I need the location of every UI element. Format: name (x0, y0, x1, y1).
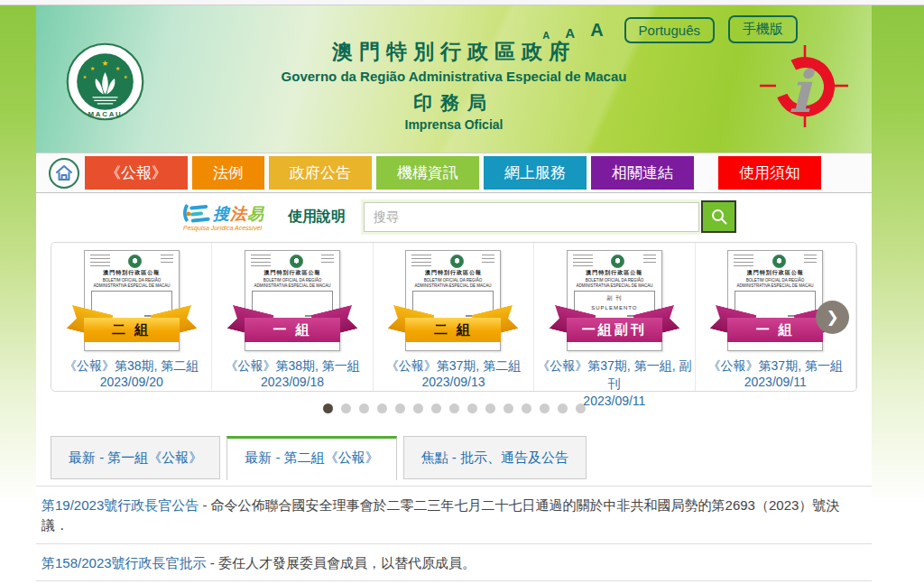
carousel-dot[interactable] (359, 403, 369, 413)
cover-emblem-icon (290, 255, 303, 268)
main-navbar: 《公報》 法例 政府公告 機構資訊 網上服務 相關連結 使用須知 (36, 153, 872, 193)
font-size-large-button[interactable]: A (590, 20, 603, 41)
news-row: 第158/2023號行政長官批示 - 委任人才發展委員會成員，以替代原成員。 (36, 543, 872, 581)
gazette-date: 2023/09/13 (374, 375, 533, 389)
gazette-date: 2023/09/18 (212, 375, 372, 389)
nav-item-related-links[interactable]: 相關連結 (591, 156, 694, 190)
cover-meta-lines (411, 255, 431, 267)
news-item-text: 委任人才發展委員會成員，以替代原成員。 (218, 555, 476, 570)
carousel-dots (36, 392, 872, 413)
magnifier-icon (710, 208, 728, 226)
gazette-cover[interactable]: 澳門特別行政區公報BOLETIM OFICIAL DA REGIÃOADMINI… (727, 250, 823, 351)
dept-title-pt: Imprensa Oficial (36, 117, 872, 132)
gazette-cover[interactable]: 澳門特別行政區公報BOLETIM OFICIAL DA REGIÃOADMINI… (567, 250, 662, 351)
nav-item-laws[interactable]: 法例 (192, 156, 264, 190)
home-icon (48, 157, 80, 190)
carousel-dot[interactable] (485, 403, 495, 413)
carousel-dot[interactable] (395, 403, 405, 413)
cover-title-cjk: 澳門特別行政區公報 (406, 270, 500, 277)
nav-item-gazette[interactable]: 《公報》 (85, 156, 188, 190)
news-separator: - (199, 497, 210, 513)
gov-title-pt: Governo da Região Administrativa Especia… (36, 69, 872, 84)
usage-instructions-link[interactable]: 使用說明 (288, 208, 346, 227)
language-portugues-button[interactable]: Português (624, 17, 715, 43)
cover-emblem-icon (128, 255, 142, 268)
cover-content-box (252, 291, 333, 336)
cover-title-pt: ADMINISTRATIVA ESPECIAL DE MACAU (411, 283, 496, 288)
gazette-link[interactable]: 《公報》第37期, 第一組, 副刊 (534, 357, 694, 394)
gazette-date: 2023/09/11 (534, 394, 694, 408)
cover-title-pt: BOLETIM OFICIAL DA REGIÃO (572, 277, 657, 283)
soufayi-logo[interactable]: 搜法易 Pesquisa Jurídica Acessível (180, 202, 264, 231)
tab-latest-group2[interactable]: 最新 - 第二組《公報》 (226, 436, 396, 480)
cover-meta-lines (804, 255, 817, 265)
cover-title-cjk: 澳門特別行政區公報 (568, 270, 661, 277)
carousel-dot[interactable] (323, 403, 333, 413)
search-input[interactable] (364, 202, 699, 232)
carousel-dot[interactable] (431, 403, 441, 413)
gazette-link[interactable]: 《公報》第37期, 第一組 (696, 357, 855, 375)
font-size-medium-button[interactable]: A (565, 25, 575, 41)
imprensa-oficial-logo-icon: i (756, 43, 850, 130)
nav-item-usage-notes[interactable]: 使用須知 (718, 156, 821, 190)
cover-meta-lines (643, 255, 656, 265)
tab-latest-group1[interactable]: 最新 - 第一組《公報》 (51, 436, 220, 479)
carousel-dot[interactable] (377, 403, 387, 413)
cover-title-pt: ADMINISTRATIVA ESPECIAL DE MACAU (733, 283, 818, 288)
cover-content-box (412, 291, 494, 336)
news-item-link[interactable]: 第19/2023號行政長官公告 (42, 497, 199, 513)
cover-title-pt: BOLETIM OFICIAL DA REGIÃO (733, 277, 818, 283)
cover-meta-lines (251, 255, 271, 267)
nav-item-online-services[interactable]: 網上服務 (484, 156, 587, 190)
cover-meta-lines (482, 255, 494, 265)
cover-meta-lines (161, 255, 173, 265)
cover-meta-lines (90, 255, 110, 267)
gazette-link[interactable]: 《公報》第38期, 第一組 (212, 357, 372, 375)
font-size-controls: A A A (542, 20, 603, 41)
mobile-version-button[interactable]: 手機版 (728, 15, 798, 43)
soufayi-logo-icon (180, 202, 211, 226)
nav-item-gov-notices[interactable]: 政府公告 (269, 156, 372, 190)
dept-title-cjk: 印務局 (36, 90, 872, 116)
nav-item-org-info[interactable]: 機構資訊 (376, 156, 479, 190)
gazette-date: 2023/09/20 (51, 375, 211, 389)
cover-title-pt: ADMINISTRATIVA ESPECIAL DE MACAU (572, 283, 657, 288)
news-item-link[interactable]: 第158/2023號行政長官批示 (42, 555, 207, 570)
carousel-item: 澳門特別行政區公報BOLETIM OFICIAL DA REGIÃOADMINI… (374, 243, 534, 391)
carousel-dot[interactable] (467, 403, 477, 413)
carousel-dot[interactable] (341, 403, 351, 413)
font-size-small-button[interactable]: A (542, 30, 550, 41)
cover-title-pt: BOLETIM OFICIAL DA REGIÃO (89, 277, 174, 283)
carousel-dot[interactable] (522, 403, 531, 413)
news-tabs: 最新 - 第一組《公報》 最新 - 第二組《公報》 焦點 - 批示、通告及公告 (51, 436, 872, 479)
banner-controls: A A A Português 手機版 (542, 15, 798, 43)
gazette-link[interactable]: 《公報》第38期, 第二組 (51, 357, 211, 375)
chevron-right-icon: ❯ (826, 308, 838, 327)
carousel-next-button[interactable]: ❯ (816, 301, 849, 334)
carousel-dot[interactable] (413, 403, 423, 413)
page-container: ★ ★ ★ ★ ★ MACAU 澳門特別行政區政府 Governo da Reg… (36, 5, 872, 584)
gazette-link[interactable]: 《公報》第37期, 第二組 (374, 357, 533, 375)
news-list: 第19/2023號行政長官公告 - 命令公佈聯合國安全理事會於二零二三年七月二十… (36, 486, 872, 584)
cover-content-box: 副 刊SUPLEMENTO (574, 291, 655, 336)
gazette-cover[interactable]: 澳門特別行政區公報BOLETIM OFICIAL DA REGIÃOADMINI… (84, 250, 180, 351)
cover-content-box (91, 291, 172, 336)
cover-emblem-icon (611, 255, 624, 268)
gazette-carousel: 澳門特別行政區公報BOLETIM OFICIAL DA REGIÃOADMINI… (51, 242, 857, 392)
gazette-cover[interactable]: 澳門特別行政區公報BOLETIM OFICIAL DA REGIÃOADMINI… (405, 250, 501, 351)
cover-emblem-icon (450, 255, 464, 268)
carousel-dot[interactable] (449, 403, 459, 413)
carousel-dot[interactable] (504, 403, 513, 413)
tab-focus-notices[interactable]: 焦點 - 批示、通告及公告 (403, 436, 587, 479)
soufayi-logo-subtitle: Pesquisa Jurídica Acessível (183, 225, 262, 231)
cover-title-pt: BOLETIM OFICIAL DA REGIÃO (250, 277, 335, 283)
gazette-cover[interactable]: 澳門特別行政區公報BOLETIM OFICIAL DA REGIÃOADMINI… (245, 250, 340, 351)
search-button[interactable] (701, 200, 736, 233)
news-row: 第157/2023號行政長官批示 - 委任融入國家發展工作委員會成員，以替代原成… (36, 580, 872, 584)
site-banner: ★ ★ ★ ★ ★ MACAU 澳門特別行政區政府 Governo da Reg… (36, 5, 872, 153)
cover-title-pt: ADMINISTRATIVA ESPECIAL DE MACAU (89, 283, 174, 288)
home-button[interactable] (43, 157, 85, 190)
banner-titles: 澳門特別行政區政府 Governo da Região Administrati… (36, 38, 872, 132)
cover-meta-lines (734, 255, 753, 267)
news-row: 第19/2023號行政長官公告 - 命令公佈聯合國安全理事會於二零二三年七月二十… (36, 486, 872, 543)
